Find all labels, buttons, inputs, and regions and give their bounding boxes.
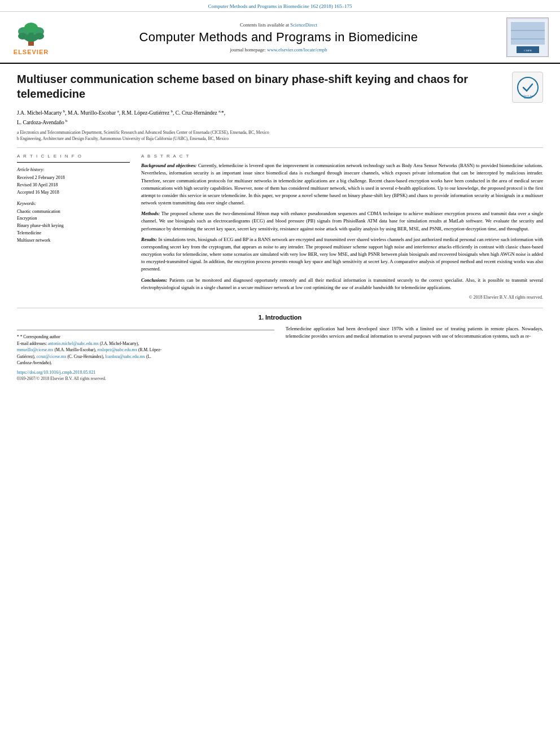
sciencedirect-link[interactable]: ScienceDirect: [290, 22, 317, 28]
email-footnote-4: Cardoza-Avendaño).: [17, 360, 274, 366]
email-gutierrez-name: Gutiérrez),: [17, 354, 37, 359]
email-cardoza[interactable]: lcardoza@uabc.edu.mx: [105, 354, 145, 359]
history-label: Article history:: [17, 167, 130, 172]
svg-rect-8: [511, 22, 545, 45]
abstract-label: A B S T R A C T: [141, 154, 543, 159]
intro-title: 1. Introduction: [17, 314, 543, 321]
article-info-abstract: A R T I C L E I N F O Article history: R…: [17, 154, 543, 300]
email-michel-name: (J.A. Michel-Macarty),: [100, 341, 139, 346]
journal-title: Computer Methods and Programs in Biomedi…: [51, 30, 506, 45]
affiliation-a: a Electronics and Telecommunication Depa…: [17, 129, 543, 136]
svg-point-5: [18, 33, 27, 40]
intro-heading: Introduction: [265, 314, 301, 321]
cardoza-full: Cardoza-Avendaño).: [17, 360, 52, 365]
journal-citation: Computer Methods and Programs in Biomedi…: [208, 3, 352, 9]
article-info-label: A R T I C L E I N F O: [17, 154, 130, 159]
abstract-conclusions-para: Conclusions: Patients can be monitored a…: [141, 277, 543, 291]
results-label: Results:: [141, 237, 157, 242]
check-updates-icon: Check for updates: [517, 76, 539, 99]
article-info-column: A R T I C L E I N F O Article history: R…: [17, 154, 130, 300]
abstract-column: A B S T R A C T Background and objective…: [141, 154, 543, 300]
revised-date: Revised 30 April 2018: [17, 182, 130, 189]
conclusions-text: Patients can be monitored and diagnosed …: [141, 277, 543, 290]
journal-header-center: Contents lists available at ScienceDirec…: [51, 22, 506, 53]
email-cruz[interactable]: ccruz@cicese.mx: [37, 354, 67, 359]
email-murillo-name: (M.A. Murillo-Escobar),: [54, 347, 97, 352]
background-text: Currently, telemedicine is levered upon …: [141, 163, 543, 206]
email-lopez[interactable]: roslopez@uabc.edu.mx: [98, 347, 138, 352]
email-footnote-3: Gutiérrez), ccruz@cicese.mx (C. Cruz-Her…: [17, 353, 274, 360]
article-title: Multiuser communication scheme based on …: [17, 72, 504, 101]
email-footnote: E-mail addresses: antonio.michel@uabc.ed…: [17, 340, 274, 347]
homepage-link[interactable]: www.elsevier.com/locate/cmpb: [267, 47, 327, 53]
journal-cover-image: CMPB: [508, 19, 548, 56]
doi-link[interactable]: https://doi.org/10.1016/j.cmpb.2018.05.0…: [17, 370, 95, 375]
detected-services-word: services: [329, 333, 344, 339]
journal-citation-bar: Computer Methods and Programs in Biomedi…: [0, 0, 560, 12]
keyword-3: Binary phase-shift keying: [17, 222, 130, 230]
abstract-background-para: Background and objectives: Currently, te…: [141, 162, 543, 207]
abstract-conclusions: Conclusions: Patients can be monitored a…: [141, 277, 543, 291]
abstract-methods: Methods: The proposed scheme uses the tw…: [141, 210, 543, 233]
email-murillo[interactable]: mmurillo@cicese.mx: [17, 347, 54, 352]
keyword-4: Telemedicine: [17, 230, 130, 237]
copyright-line: © 2018 Elsevier B.V. All rights reserved…: [141, 295, 543, 300]
keyword-2: Encryption: [17, 215, 130, 222]
journal-header: ELSEVIER Contents lists available at Sci…: [0, 12, 560, 64]
svg-text:updates: updates: [524, 97, 532, 99]
abstract-results: Results: In simulations tests, biosignal…: [141, 236, 543, 273]
email-lopez-name: (R.M. López-: [138, 347, 161, 352]
svg-text:CMPB: CMPB: [524, 49, 532, 52]
article-title-row: Multiuser communication scheme based on …: [17, 72, 543, 103]
keyword-5: Multiuser network: [17, 237, 130, 244]
methods-text: The proposed scheme uses the two-dimensi…: [141, 211, 543, 231]
email-intro-label: E-mail addresses:: [17, 341, 47, 346]
email-cardoza-name: (L.: [146, 354, 151, 359]
results-text: In simulations tests, biosignals of ECG …: [141, 237, 543, 272]
doi-line: https://doi.org/10.1016/j.cmpb.2018.05.0…: [17, 370, 274, 375]
keywords-label: Keywords:: [17, 201, 130, 206]
introduction-section: 1. Introduction * * Corresponding author…: [17, 308, 543, 381]
email-footnote-2: mmurillo@cicese.mx (M.A. Murillo-Escobar…: [17, 347, 274, 353]
intro-number: 1.: [259, 314, 264, 321]
svg-point-6: [35, 33, 44, 40]
elsevier-logo: ELSEVIER: [11, 19, 51, 55]
homepage-line: journal homepage: www.elsevier.com/locat…: [51, 47, 506, 53]
article-info-divider: [17, 162, 130, 163]
abstract-background: Background and objectives: Currently, te…: [141, 162, 543, 207]
journal-cover-thumbnail: CMPB: [506, 18, 549, 57]
conclusions-label: Conclusions:: [141, 277, 167, 283]
corresponding-author-note: * * Corresponding author: [17, 334, 274, 340]
keyword-1: Chaotic communication: [17, 208, 130, 216]
abstract-methods-para: Methods: The proposed scheme uses the tw…: [141, 210, 543, 233]
affiliation-b: b Engineering, Architecture and Design F…: [17, 136, 543, 142]
svg-point-4: [24, 23, 38, 33]
header-divider: [17, 147, 543, 148]
elsevier-tree-icon: [11, 19, 51, 47]
intro-text-col: Telemedicine application had been develo…: [286, 325, 543, 381]
authors-line: J.A. Michel-Macarty b, M.A. Murillo-Esco…: [17, 108, 543, 127]
footnote-section: * * Corresponding author E-mail addresse…: [17, 330, 274, 381]
intro-footnotes-col: * * Corresponding author E-mail addresse…: [17, 325, 274, 381]
received-date: Received 2 February 2018: [17, 174, 130, 182]
authors-text: J.A. Michel-Macarty b, M.A. Murillo-Esco…: [17, 110, 225, 116]
accepted-date: Accepted 16 May 2018: [17, 189, 130, 196]
affiliations: a Electronics and Telecommunication Depa…: [17, 129, 543, 142]
email-cruz-name: (C. Cruz-Hernández),: [67, 354, 105, 359]
email-michel[interactable]: antonio.michel@uabc.edu.mx: [48, 341, 99, 346]
article-body: Multiuser communication scheme based on …: [0, 64, 560, 387]
intro-paragraph-1: Telemedicine application had been develo…: [286, 325, 543, 340]
corresponding-label: * Corresponding author: [20, 334, 60, 339]
contents-line: Contents lists available at ScienceDirec…: [51, 22, 506, 28]
abstract-results-para: Results: In simulations tests, biosignal…: [141, 236, 543, 273]
authors-text-cont: L. Cardoza-Avendaño b: [17, 120, 68, 125]
background-label: Background and objectives:: [141, 163, 196, 168]
methods-label: Methods:: [141, 211, 160, 216]
issn-line: 0169-2607/© 2018 Elsevier B.V. All right…: [17, 376, 274, 381]
elsevier-wordmark: ELSEVIER: [14, 49, 49, 55]
check-updates-badge[interactable]: Check for updates: [512, 72, 543, 103]
intro-two-col: * * Corresponding author E-mail addresse…: [17, 325, 543, 381]
